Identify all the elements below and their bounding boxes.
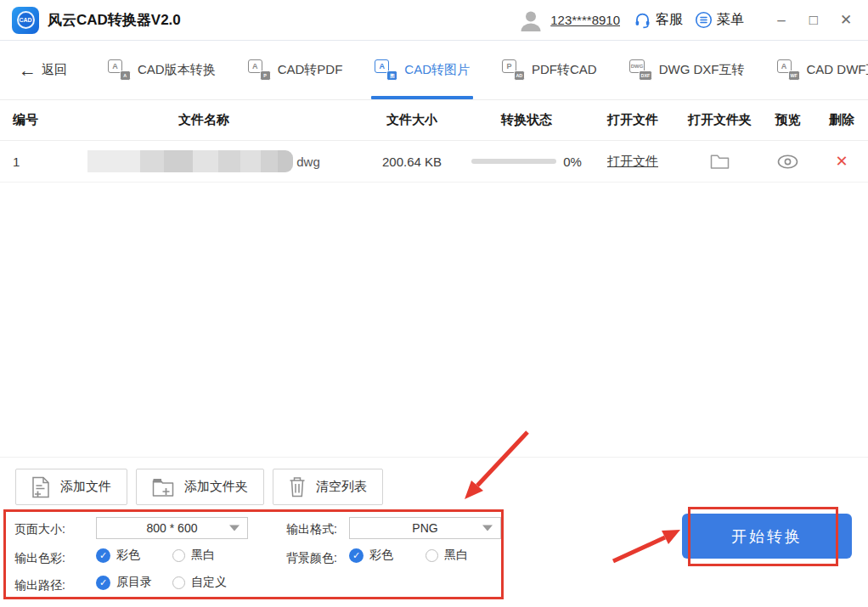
add-file-icon <box>31 476 50 498</box>
close-button[interactable]: ✕ <box>836 10 856 31</box>
tab-cad-to-pdf[interactable]: A P CAD转PDF <box>248 41 343 99</box>
open-folder-icon[interactable] <box>710 153 730 170</box>
redacted-filename <box>87 150 293 172</box>
col-open-folder: 打开文件夹 <box>679 112 760 128</box>
output-color-bw-radio[interactable]: 黑白 <box>172 548 215 563</box>
titlebar: CAD 风云CAD转换器V2.0 123****8910 <box>0 0 868 41</box>
cad-to-pdf-icon: A P <box>248 59 271 81</box>
output-color-label: 输出色彩: <box>14 551 65 566</box>
settings-panel: 页面大小: 800 * 600 输出格式: PNG 输出色彩: ✓ 彩色 黑白 … <box>3 509 504 599</box>
progress-bar <box>471 159 556 164</box>
radio-checked-icon: ✓ <box>96 576 110 590</box>
app-logo-text: CAD <box>17 11 35 29</box>
preview-eye-icon[interactable] <box>777 155 798 169</box>
delete-icon[interactable]: ✕ <box>835 152 848 171</box>
col-status: 转换状态 <box>467 112 586 128</box>
background-color-bw-radio[interactable]: 黑白 <box>426 548 468 563</box>
output-color-color-radio[interactable]: ✓ 彩色 <box>96 548 140 563</box>
cad-dwf-convert-icon: A WF <box>777 59 800 81</box>
menu-button[interactable]: 菜单 <box>695 11 744 29</box>
radio-unchecked-icon <box>426 549 438 562</box>
progress-percent: 0% <box>563 155 582 169</box>
dropdown-caret-icon <box>482 526 493 531</box>
dropdown-caret-icon <box>229 526 240 531</box>
clear-list-button[interactable]: 清空列表 <box>273 469 383 505</box>
col-open-file: 打开文件 <box>586 112 679 128</box>
col-file-name: 文件名称 <box>51 112 357 128</box>
customer-service-button[interactable]: 客服 <box>634 11 683 29</box>
annotation-arrow-to-settings <box>465 432 527 499</box>
minimize-button[interactable]: – <box>771 10 792 31</box>
back-arrow-icon: ← <box>19 61 37 79</box>
pdf-to-cad-icon: P AD <box>502 59 525 81</box>
col-index: 编号 <box>0 112 51 128</box>
tab-pdf-to-cad[interactable]: P AD PDF转CAD <box>502 41 597 99</box>
row-index: 1 <box>0 155 51 169</box>
user-avatar-icon[interactable] <box>518 8 544 33</box>
user-phone-link[interactable]: 123****8910 <box>550 13 620 27</box>
table-header: 编号 文件名称 文件大小 转换状态 打开文件 打开文件夹 预览 删除 <box>0 100 868 141</box>
col-delete: 删除 <box>815 112 868 128</box>
table-row: 1 dwg 200.64 KB 0% 打开文件 <box>0 141 868 183</box>
open-file-link[interactable]: 打开文件 <box>607 154 658 170</box>
list-divider <box>0 457 868 458</box>
action-buttons: 添加文件 添加文件夹 清空列表 <box>15 469 383 505</box>
add-folder-icon <box>152 477 174 497</box>
output-format-dropdown[interactable]: PNG <box>349 517 501 539</box>
page-size-dropdown[interactable]: 800 * 600 <box>96 517 248 539</box>
menu-label: 菜单 <box>717 11 744 29</box>
output-path-custom-radio[interactable]: 自定义 <box>172 575 227 590</box>
cad-to-image-icon: A 图 <box>375 59 397 81</box>
tab-cad-dwf-convert[interactable]: A WF CAD DWF互转 <box>777 41 868 99</box>
add-file-button[interactable]: 添加文件 <box>15 469 127 505</box>
tab-bar: ← 返回 A A CAD版本转换 A P CAD转PDF A <box>0 41 868 100</box>
radio-unchecked-icon <box>172 576 185 589</box>
row-status: 0% <box>467 155 586 169</box>
cad-version-convert-icon: A A <box>108 59 131 81</box>
background-color-label: 背景颜色: <box>286 551 337 566</box>
annotation-arrow-to-convert <box>613 530 680 561</box>
radio-checked-icon: ✓ <box>96 548 110 563</box>
app-title: 风云CAD转换器V2.0 <box>48 10 181 30</box>
back-button[interactable]: ← 返回 <box>19 61 67 79</box>
add-folder-button[interactable]: 添加文件夹 <box>136 469 264 505</box>
menu-icon <box>695 11 713 29</box>
file-extension: dwg <box>296 155 320 169</box>
page-size-label: 页面大小: <box>14 522 65 537</box>
output-path-original-radio[interactable]: ✓ 原目录 <box>96 575 152 590</box>
trash-icon <box>289 476 306 497</box>
col-preview: 预览 <box>760 112 815 128</box>
maximize-button[interactable]: □ <box>803 10 824 31</box>
tabs: A A CAD版本转换 A P CAD转PDF A 图 CAD转图片 <box>108 41 868 99</box>
start-convert-button[interactable]: 开始转换 <box>682 514 852 559</box>
radio-checked-icon: ✓ <box>349 548 364 563</box>
dwg-dxf-convert-icon: DWG DXF <box>629 59 652 81</box>
app-logo-icon: CAD <box>12 7 39 34</box>
row-file-name: dwg <box>51 150 357 172</box>
customer-service-label: 客服 <box>656 11 683 29</box>
headset-icon <box>634 11 651 29</box>
tab-dwg-dxf-convert[interactable]: DWG DXF DWG DXF互转 <box>629 41 745 99</box>
window-controls: – □ ✕ <box>771 10 856 31</box>
tab-cad-version-convert[interactable]: A A CAD版本转换 <box>108 41 216 99</box>
output-format-label: 输出格式: <box>286 522 337 537</box>
tab-cad-to-image[interactable]: A 图 CAD转图片 <box>375 41 470 99</box>
app-window: CAD 风云CAD转换器V2.0 123****8910 <box>0 0 868 607</box>
output-path-label: 输出路径: <box>14 578 65 593</box>
col-file-size: 文件大小 <box>357 112 467 128</box>
radio-unchecked-icon <box>172 549 185 562</box>
background-color-color-radio[interactable]: ✓ 彩色 <box>349 548 393 563</box>
back-label: 返回 <box>42 62 67 78</box>
row-file-size: 200.64 KB <box>357 155 467 169</box>
